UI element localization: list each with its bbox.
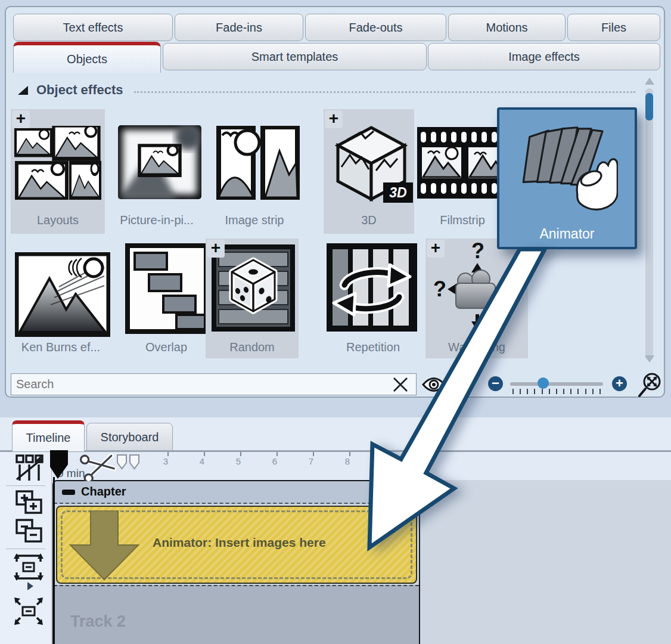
tab-objects[interactable]: Objects	[13, 42, 161, 73]
scrollbar-thumb[interactable]	[645, 93, 653, 120]
expand-all-tracks-button[interactable]	[15, 489, 43, 515]
timeline-ruler[interactable]	[52, 452, 671, 480]
svg-text:?: ?	[471, 242, 484, 263]
tab-fade-ins[interactable]: Fade-ins	[175, 14, 303, 41]
tab-image-effects[interactable]: Image effects	[428, 43, 660, 70]
collapse-all-tracks-button[interactable]	[15, 518, 43, 544]
tab-label: Smart templates	[251, 50, 338, 64]
chapter-header[interactable]: Chapter	[54, 481, 419, 504]
ruler-tick: 9	[384, 452, 389, 466]
tab-files[interactable]: Files	[567, 14, 660, 41]
toolbar-separator	[6, 485, 45, 486]
tile-repetition[interactable]	[327, 243, 417, 332]
tab-fade-outs[interactable]: Fade-outs	[305, 14, 446, 41]
thumbnail-zoom-slider-track[interactable]	[510, 382, 603, 386]
ruler-tick: 6	[275, 452, 279, 466]
scroll-up-arrow[interactable]	[645, 78, 654, 85]
animator-drop-zone[interactable]: Animator: Insert images here	[56, 506, 417, 584]
track-2-label: Track 2	[70, 612, 126, 631]
cut-tool-button[interactable]	[80, 451, 118, 481]
tab-motions[interactable]: Motions	[448, 14, 566, 41]
chapter-block[interactable]: Chapter Animator: Insert images here Tra…	[52, 480, 420, 644]
tile-label-picture-in-picture[interactable]: Picture-in-pi...	[109, 213, 204, 227]
tile-label-image-strip[interactable]: Image strip	[207, 213, 302, 227]
add-plus-badge[interactable]: +	[427, 240, 445, 258]
zoom-out-button[interactable]: −	[488, 376, 503, 391]
close-x-icon	[392, 377, 409, 392]
playhead-line[interactable]	[53, 477, 55, 644]
slider-tick-marks	[512, 389, 601, 394]
ruler-tick: 3	[166, 452, 170, 466]
tile-label-filmstrip[interactable]: Filmstrip	[415, 213, 510, 227]
zoom-in-button[interactable]: +	[612, 376, 627, 391]
scissors-icon	[80, 451, 118, 481]
tile-label-layouts[interactable]: Layouts	[11, 213, 105, 227]
eye-icon	[422, 376, 446, 394]
overlap-icon	[125, 243, 209, 334]
wandering-camera-icon: ? ?	[432, 242, 523, 337]
tile-animator-dragged[interactable]: Animator	[497, 107, 637, 249]
tile-wandering[interactable]: ? ?	[432, 242, 523, 337]
tile-label-animator: Animator	[499, 226, 635, 242]
toggle-object-view-button[interactable]	[15, 454, 44, 482]
add-plus-badge[interactable]: +	[12, 110, 30, 128]
scroll-down-arrow[interactable]	[645, 355, 654, 363]
tile-layouts[interactable]	[14, 126, 101, 200]
fit-width-icon	[13, 553, 44, 581]
tab-label: Motions	[486, 21, 527, 35]
toolbar-separator	[6, 549, 45, 549]
cube-3d-badge: 3D	[389, 185, 406, 200]
picture-in-picture-icon	[118, 125, 201, 199]
tile-picture-in-picture[interactable]	[118, 125, 201, 199]
search-input[interactable]	[15, 375, 387, 394]
tab-label: Fade-ins	[216, 21, 262, 35]
expand-tracks-icon	[15, 489, 43, 515]
animator-flipbook-icon	[517, 118, 618, 212]
tile-random[interactable]	[212, 244, 295, 332]
section-header[interactable]: Object effects	[18, 82, 635, 98]
tab-timeline[interactable]: Timeline	[12, 420, 85, 451]
playhead-marker[interactable]	[50, 450, 69, 480]
ruler-tick: 8	[347, 452, 352, 466]
split-markers-button[interactable]	[117, 454, 141, 473]
tab-text-effects[interactable]: Text effects	[13, 14, 173, 41]
clear-search-button[interactable]	[392, 377, 409, 392]
fit-width-flyout-arrow[interactable]	[27, 582, 33, 590]
tab-smart-templates[interactable]: Smart templates	[163, 43, 427, 70]
tab-label: Objects	[67, 52, 107, 66]
tab-label: Fade-outs	[349, 21, 402, 35]
tile-overlap[interactable]	[125, 243, 209, 334]
thumbnail-zoom-slider-thumb[interactable]	[538, 377, 549, 389]
fit-view-button[interactable]	[13, 596, 44, 626]
tile-3d[interactable]: 3D	[330, 124, 413, 204]
svg-text:?: ?	[433, 277, 446, 301]
track-2[interactable]: Track 2	[54, 585, 419, 644]
chapter-title: Chapter	[81, 485, 126, 499]
ruler-tick: 5	[238, 452, 243, 466]
fit-view-icon	[13, 596, 44, 626]
fit-width-button[interactable]	[13, 553, 44, 581]
zoom-fit-button[interactable]	[638, 372, 661, 398]
tile-label-wandering[interactable]: Wandering	[425, 340, 528, 354]
tile-image-strip[interactable]	[216, 126, 300, 200]
layouts-icon	[14, 126, 101, 200]
visibility-toggle-button[interactable]	[422, 376, 446, 394]
collapse-triangle-icon	[18, 86, 28, 95]
scrollbar-track[interactable]	[645, 88, 653, 360]
ruler-tick: 7	[311, 452, 316, 466]
tile-label-repetition[interactable]: Repetition	[322, 340, 424, 354]
dotted-divider	[134, 91, 636, 93]
image-strip-icon	[216, 126, 300, 200]
add-plus-badge[interactable]: +	[207, 240, 225, 258]
add-plus-badge[interactable]: +	[325, 110, 343, 128]
tile-label-ken-burns[interactable]: Ken Burns ef...	[11, 340, 111, 354]
tile-label-overlap[interactable]: Overlap	[116, 340, 216, 354]
section-title: Object effects	[36, 82, 123, 98]
tile-label-3d[interactable]: 3D	[325, 213, 413, 227]
tile-label-random[interactable]: Random	[206, 340, 299, 354]
object-tracks-icon	[15, 454, 44, 482]
collapse-chapter-button[interactable]	[62, 490, 75, 495]
tile-ken-burns[interactable]	[15, 252, 110, 337]
tab-storyboard[interactable]: Storyboard	[86, 423, 173, 451]
cube-3d-icon: 3D	[330, 124, 413, 204]
